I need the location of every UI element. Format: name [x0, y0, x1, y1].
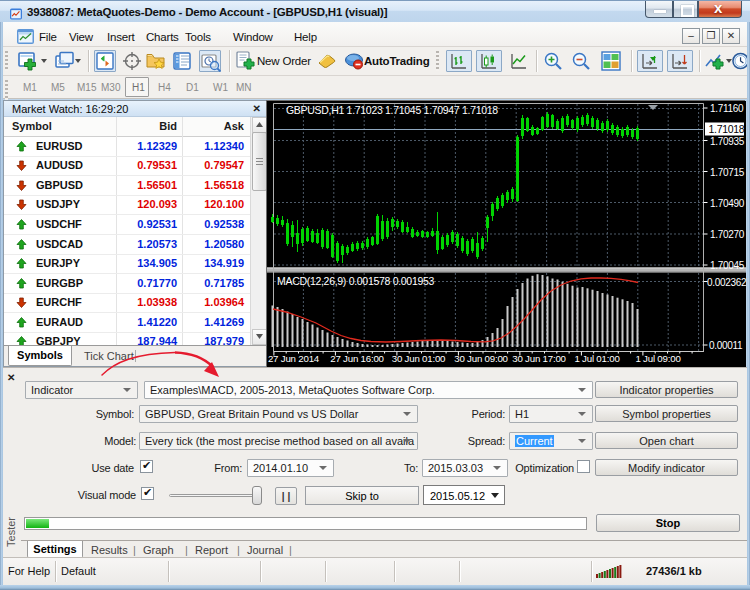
svg-text:1.70715: 1.70715	[710, 167, 745, 178]
svg-text:0.002362: 0.002362	[707, 277, 746, 288]
svg-text:1.71018: 1.71018	[709, 123, 745, 135]
svg-text:1.70935: 1.70935	[710, 136, 745, 147]
svg-text:GBPUSD,H1 1.71023 1.71045 1.70: GBPUSD,H1 1.71023 1.71045 1.70947 1.7101…	[286, 104, 498, 116]
svg-text:1.70045: 1.70045	[710, 260, 745, 271]
svg-text:MACD(12,26,9) 0.001578 0.00195: MACD(12,26,9) 0.001578 0.001953	[277, 275, 435, 287]
svg-text:1.71160: 1.71160	[710, 103, 744, 114]
svg-text:1.70490: 1.70490	[710, 198, 745, 209]
svg-text:30 Jun 01:00: 30 Jun 01:00	[392, 353, 446, 364]
svg-text:0.00011: 0.00011	[709, 340, 743, 351]
svg-text:1 Jul 09:00: 1 Jul 09:00	[635, 353, 681, 364]
svg-text:30 Jun 09:00: 30 Jun 09:00	[454, 353, 508, 364]
svg-text:1.70270: 1.70270	[710, 229, 745, 240]
svg-text:27 Jun 2014: 27 Jun 2014	[268, 353, 320, 364]
svg-text:27 Jun 16:00: 27 Jun 16:00	[330, 353, 384, 364]
